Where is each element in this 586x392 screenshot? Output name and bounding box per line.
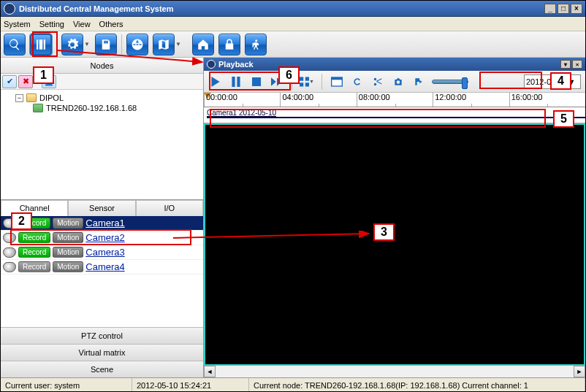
device-tree[interactable]: − DIPOL TREND260-192.168.1.68 xyxy=(1,90,203,199)
menu-view[interactable]: View xyxy=(73,20,91,28)
timeline-tick: 08:00:00 xyxy=(357,93,433,107)
timeline[interactable]: 00:00:00 04:00:00 08:00:00 12:00:00 16:0… xyxy=(204,93,585,123)
titlebar: Distributed Central Management System _ … xyxy=(1,1,585,17)
channel-name[interactable]: Camera3 xyxy=(85,247,201,258)
motion-badge[interactable]: Motion xyxy=(53,232,83,243)
motion-badge[interactable]: Motion xyxy=(53,261,83,272)
timeline-tick: 04:00:00 xyxy=(280,93,356,107)
tree-device[interactable]: TREND260-192.168.1.68 xyxy=(4,103,200,113)
callout-4: 4 xyxy=(550,72,571,90)
save-button[interactable] xyxy=(95,34,117,55)
timeline-scrollbar[interactable]: ◄ ► xyxy=(204,366,585,377)
home-button[interactable] xyxy=(192,34,214,55)
web-button[interactable] xyxy=(126,34,148,55)
motion-badge[interactable]: Motion xyxy=(53,247,83,258)
svg-rect-6 xyxy=(332,80,341,85)
delete-button[interactable]: ✖ xyxy=(18,75,33,88)
folder-icon xyxy=(26,93,37,102)
device-icon xyxy=(33,104,43,112)
camera-icon xyxy=(3,233,16,243)
ptz-control-button[interactable]: PTZ control xyxy=(1,327,203,344)
scroll-track[interactable] xyxy=(216,366,574,377)
svg-rect-1 xyxy=(300,77,303,80)
play-button[interactable] xyxy=(208,74,223,89)
pause-button[interactable] xyxy=(229,74,243,89)
virtual-matrix-button[interactable]: Virtual matrix xyxy=(1,344,203,361)
tree-device-label: TREND260-192.168.1.68 xyxy=(46,104,137,112)
cut-button[interactable] xyxy=(370,74,385,89)
layout-button[interactable]: ▼ xyxy=(300,74,314,89)
collapse-icon[interactable]: − xyxy=(15,94,23,102)
maximize-button[interactable]: □ xyxy=(558,4,569,14)
nodes-header: Nodes xyxy=(1,58,203,74)
record-badge[interactable]: Record xyxy=(18,247,50,258)
close-button[interactable]: × xyxy=(571,4,582,14)
window-title: Distributed Central Management System xyxy=(19,4,544,13)
timeline-tick: 00:00:00 xyxy=(204,93,280,107)
menu-others[interactable]: Others xyxy=(99,20,123,28)
timeline-tick: 12:00:00 xyxy=(433,93,509,107)
main-toolbar: ▼ ▼ xyxy=(1,31,585,58)
playback-dock-button[interactable]: ▾ xyxy=(560,60,571,69)
scroll-right-button[interactable]: ► xyxy=(574,366,585,377)
status-user: Current user: system xyxy=(1,378,132,392)
tab-sensor[interactable]: Sensor xyxy=(68,200,135,216)
settings-button[interactable]: ▼ xyxy=(61,34,83,55)
playback-title: Playback xyxy=(218,60,254,69)
camera-icon xyxy=(3,262,16,272)
app-icon xyxy=(4,3,15,15)
map-button[interactable]: ▼ xyxy=(153,34,175,55)
snapshot-button[interactable] xyxy=(391,74,406,89)
channel-row[interactable]: Record Motion Camera4 xyxy=(1,260,203,274)
video-area[interactable] xyxy=(204,123,585,366)
right-panel: Playback ▾ × ▼ 2012-05-10 ▼ xyxy=(204,58,585,377)
timeline-tick: 16:00:00 xyxy=(509,93,585,107)
timeline-track-label[interactable]: Camera1 2012-05-10 xyxy=(204,107,585,120)
channel-name[interactable]: Camera4 xyxy=(85,261,201,272)
playback-close-button[interactable]: × xyxy=(572,60,582,69)
scroll-left-button[interactable]: ◄ xyxy=(204,366,216,377)
menubar: System Setting View Others xyxy=(1,17,585,31)
lock-button[interactable] xyxy=(218,34,240,55)
refresh-button[interactable] xyxy=(350,74,365,89)
timeline-ruler: 00:00:00 04:00:00 08:00:00 12:00:00 16:0… xyxy=(204,93,585,107)
tree-root-label: DIPOL xyxy=(39,93,64,102)
stop-button[interactable] xyxy=(249,74,264,89)
nodes-toolbar: ✔ ✖ 👤 xyxy=(1,74,203,90)
channel-name[interactable]: Camera1 xyxy=(85,218,201,228)
minimize-button[interactable]: _ xyxy=(544,4,556,14)
channel-name[interactable]: Camera2 xyxy=(85,232,201,243)
menu-setting[interactable]: Setting xyxy=(39,20,64,28)
scene-button[interactable]: Scene xyxy=(1,361,203,377)
record-badge[interactable]: Record xyxy=(18,261,50,272)
channel-row[interactable]: Record Motion Camera3 xyxy=(1,245,203,260)
motion-badge[interactable]: Motion xyxy=(53,218,83,228)
callout-5: 5 xyxy=(553,110,574,128)
status-time: 2012-05-10 15:24:21 xyxy=(132,378,249,392)
playback-button[interactable] xyxy=(30,34,52,55)
svg-rect-3 xyxy=(300,82,303,86)
user-run-button[interactable] xyxy=(245,34,267,55)
speed-slider[interactable] xyxy=(432,80,468,84)
statusbar: Current user: system 2012-05-10 15:24:21… xyxy=(1,377,585,392)
record-badge[interactable]: Record xyxy=(18,232,50,243)
camera-icon xyxy=(3,247,16,258)
callout-6: 6 xyxy=(278,66,300,84)
callout-1: 1 xyxy=(33,66,54,84)
playback-toolbar: ▼ 2012-05-10 ▼ xyxy=(204,71,585,93)
check-button[interactable]: ✔ xyxy=(2,75,17,88)
tree-root[interactable]: − DIPOL xyxy=(4,93,200,103)
calendar-button[interactable] xyxy=(330,74,344,89)
channel-row[interactable]: Record Motion Camera2 xyxy=(1,231,203,245)
search-button[interactable] xyxy=(4,34,26,55)
status-node: Current node: TREND260-192.168.1.68(IP: … xyxy=(249,378,585,392)
svg-rect-0 xyxy=(252,77,261,86)
playback-header: Playback ▾ × xyxy=(204,58,585,71)
tab-io[interactable]: I/O xyxy=(136,200,203,216)
callout-3: 3 xyxy=(373,223,395,241)
timeline-track-bar xyxy=(207,117,585,118)
menu-system[interactable]: System xyxy=(4,20,31,28)
export-button[interactable] xyxy=(411,74,426,89)
playback-icon xyxy=(207,60,216,69)
callout-2: 2 xyxy=(11,212,32,230)
